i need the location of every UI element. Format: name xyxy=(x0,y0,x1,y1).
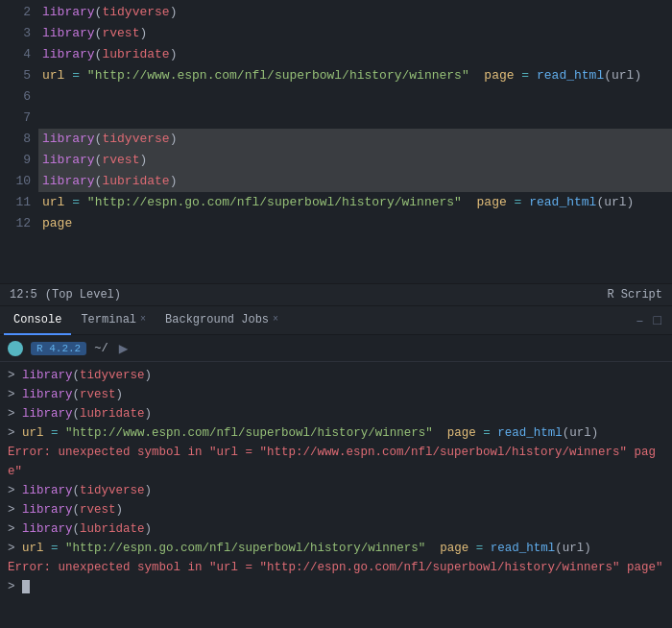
console-output-line-6: > library(tidyverse) xyxy=(8,481,664,500)
console-output-line-9: > url = "http://espn.go.com/nfl/superbow… xyxy=(8,539,664,558)
run-icon[interactable]: ▶ xyxy=(116,339,132,358)
console-output-line-2: > library(rvest) xyxy=(8,385,664,404)
code-line-9: library(rvest) xyxy=(38,150,672,171)
console-cursor-line: > xyxy=(8,577,664,596)
code-content[interactable]: library(tidyverse) library(rvest) librar… xyxy=(38,0,672,283)
code-line-7 xyxy=(38,108,672,129)
tab-terminal[interactable]: Terminal × xyxy=(71,306,156,335)
tab-terminal-close[interactable]: × xyxy=(140,314,146,325)
tab-background-jobs-label: Background Jobs xyxy=(165,313,269,326)
code-line-3: library(rvest) xyxy=(38,23,672,44)
minimize-icon[interactable]: – xyxy=(633,313,646,328)
r-logo-icon xyxy=(8,341,23,356)
console-error-line-2: Error: unexpected symbol in "url = "http… xyxy=(8,558,664,577)
tab-terminal-label: Terminal xyxy=(81,313,136,326)
code-line-2: library(tidyverse) xyxy=(38,2,672,23)
tab-background-jobs-close[interactable]: × xyxy=(273,314,278,325)
console-output-line-1: > library(tidyverse) xyxy=(8,366,664,385)
line-numbers: 2 3 4 5 6 7 8 9 10 11 12 xyxy=(0,0,38,283)
console-output-line-4: > url = "http://www.espn.com/nfl/superbo… xyxy=(8,423,664,443)
code-line-12: page xyxy=(38,213,672,234)
tab-background-jobs[interactable]: Background Jobs × xyxy=(156,306,288,335)
tab-console-label: Console xyxy=(13,313,61,326)
code-line-4: library(lubridate) xyxy=(38,44,672,65)
console-output-line-3: > library(lubridate) xyxy=(8,404,664,423)
scope-indicator: (Top Level) xyxy=(45,288,121,302)
code-line-10: library(lubridate) xyxy=(38,171,672,192)
code-line-6 xyxy=(38,86,672,108)
code-line-5: url = "http://www.espn.com/nfl/superbowl… xyxy=(38,65,672,86)
working-dir: ~/ xyxy=(94,342,108,355)
console-panel: Console Terminal × Background Jobs × – □… xyxy=(0,306,672,628)
console-toolbar: R 4.2.2 ~/ ▶ xyxy=(0,335,672,362)
maximize-icon[interactable]: □ xyxy=(651,313,664,328)
r-version-badge: R 4.2.2 xyxy=(31,342,86,355)
code-line-11: url = "http://espn.go.com/nfl/superbowl/… xyxy=(38,192,672,213)
tab-console[interactable]: Console xyxy=(4,306,71,335)
console-output-line-8: > library(lubridate) xyxy=(8,519,664,539)
status-bar: 12:5 (Top Level) R Script xyxy=(0,283,672,306)
console-tabs[interactable]: Console Terminal × Background Jobs × – □ xyxy=(0,306,672,335)
cursor xyxy=(22,580,30,593)
file-type: R Script xyxy=(607,288,662,302)
cursor-position: 12:5 xyxy=(10,288,37,302)
console-output[interactable]: > library(tidyverse) > library(rvest) > … xyxy=(0,362,672,628)
code-line-8: library(tidyverse) xyxy=(38,129,672,150)
code-editor[interactable]: 2 3 4 5 6 7 8 9 10 11 12 library(tidyver… xyxy=(0,0,672,283)
console-error-line-1: Error: unexpected symbol in "url = "http… xyxy=(8,443,664,481)
console-output-line-7: > library(rvest) xyxy=(8,500,664,519)
